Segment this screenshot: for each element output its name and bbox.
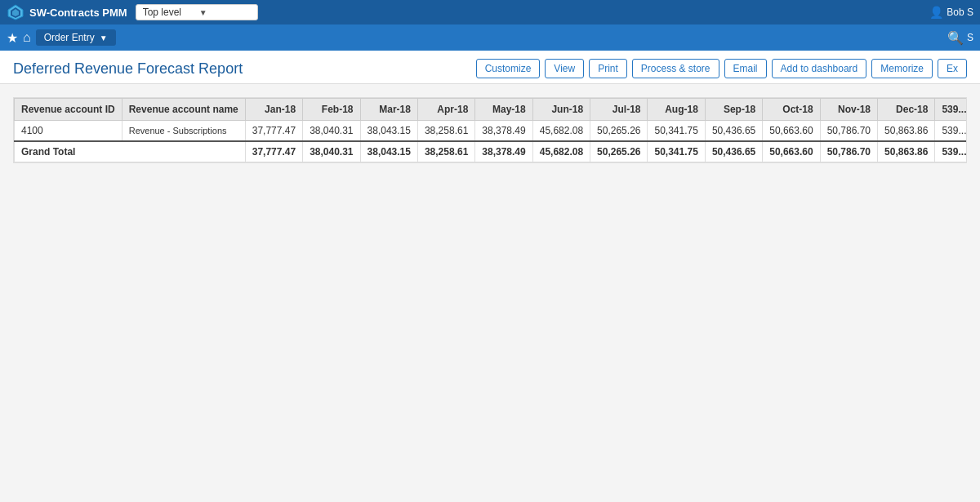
grand-total-jul: 50,265.26	[590, 141, 648, 162]
col-header-jul18: Jul-18	[590, 99, 648, 121]
col-header-rev-account-id: Revenue account ID	[15, 99, 122, 121]
chevron-down-icon: ▼	[199, 8, 251, 17]
cell-oct: 50,663.60	[763, 121, 820, 142]
add-dashboard-button[interactable]: Add to dashboard	[772, 59, 867, 78]
col-header-feb18: Feb-18	[303, 99, 360, 121]
report-table: Revenue account ID Revenue account name …	[14, 98, 967, 162]
col-header-mar18: Mar-18	[360, 99, 417, 121]
col-header-apr18: Apr-18	[417, 99, 474, 121]
cell-jan: 37,777.47	[245, 121, 302, 142]
grand-total-sep: 50,436.65	[705, 141, 762, 162]
memorize-button[interactable]: Memorize	[871, 59, 933, 78]
cell-apr: 38,258.61	[417, 121, 474, 142]
cell-jun: 45,682.08	[532, 121, 590, 142]
second-nav-right: 🔍 S	[947, 30, 973, 46]
grand-total-mar: 38,043.15	[360, 141, 417, 162]
col-header-sep18: Sep-18	[705, 99, 762, 121]
col-header-aug18: Aug-18	[648, 99, 705, 121]
breadcrumb-chevron-icon: ▼	[100, 33, 108, 42]
col-header-nov18: Nov-18	[820, 99, 877, 121]
cell-total: 539...	[935, 121, 967, 142]
print-button[interactable]: Print	[589, 59, 627, 78]
customize-button[interactable]: Customize	[476, 59, 541, 78]
grand-total-dec: 50,863.86	[878, 141, 935, 162]
grand-total-row: Grand Total 37,777.47 38,040.31 38,043.1…	[15, 141, 968, 162]
star-icon[interactable]: ★	[7, 30, 18, 46]
cell-nov: 50,786.70	[820, 121, 877, 142]
cell-aug: 50,341.75	[648, 121, 705, 142]
table-row: 4100 Revenue - Subscriptions 37,777.47 3…	[15, 121, 968, 142]
home-icon[interactable]: ⌂	[23, 30, 31, 45]
search-icon[interactable]: 🔍	[947, 30, 964, 46]
cell-jul: 50,265.26	[590, 121, 648, 142]
ex-button[interactable]: Ex	[938, 59, 967, 78]
col-header-dec18: Dec-18	[878, 99, 935, 121]
email-button[interactable]: Email	[724, 59, 767, 78]
cell-account-id: 4100	[15, 121, 122, 142]
report-container: Revenue account ID Revenue account name …	[13, 97, 967, 163]
grand-total-label: Grand Total	[15, 141, 246, 162]
top-level-dropdown[interactable]: Top level ▼	[136, 4, 258, 20]
grand-total-may: 38,378.49	[475, 141, 532, 162]
breadcrumb-order-entry[interactable]: Order Entry ▼	[36, 29, 116, 46]
col-header-jan18: Jan-18	[245, 99, 302, 121]
second-nav: ★ ⌂ Order Entry ▼ 🔍 S	[0, 24, 980, 51]
grand-total-nov: 50,786.70	[820, 141, 877, 162]
col-header-rev-account-name: Revenue account name	[122, 99, 245, 121]
cell-account-name: Revenue - Subscriptions	[122, 121, 245, 142]
page-title: Deferred Revenue Forecast Report	[13, 60, 243, 78]
page-header: Deferred Revenue Forecast Report Customi…	[0, 51, 980, 84]
app-logo-icon	[7, 3, 24, 21]
grand-total-oct: 50,663.60	[763, 141, 820, 162]
col-header-jun18: Jun-18	[532, 99, 590, 121]
app-title: SW-Contracts PMM	[29, 7, 127, 19]
grand-total-jan: 37,777.47	[245, 141, 302, 162]
cell-feb: 38,040.31	[303, 121, 360, 142]
process-store-button[interactable]: Process & store	[632, 59, 719, 78]
breadcrumb-label: Order Entry	[44, 32, 95, 43]
cell-dec: 50,863.86	[878, 121, 935, 142]
grand-total-jun: 45,682.08	[532, 141, 590, 162]
grand-total-apr: 38,258.61	[417, 141, 474, 162]
search-placeholder: S	[967, 32, 973, 43]
col-header-may18: May-18	[475, 99, 532, 121]
dropdown-label: Top level	[143, 7, 194, 18]
col-header-total: 539...	[935, 99, 967, 121]
col-header-oct18: Oct-18	[763, 99, 820, 121]
table-header-row: Revenue account ID Revenue account name …	[15, 99, 968, 121]
main-content: Revenue account ID Revenue account name …	[0, 84, 980, 176]
grand-total-feb: 38,040.31	[303, 141, 360, 162]
user-info: 👤 Bob S	[929, 6, 973, 19]
grand-total-total: 539...	[935, 141, 967, 162]
user-icon: 👤	[929, 6, 943, 19]
cell-may: 38,378.49	[475, 121, 532, 142]
user-label: Bob S	[947, 7, 973, 18]
cell-sep: 50,436.65	[705, 121, 762, 142]
top-nav: SW-Contracts PMM Top level ▼ 👤 Bob S	[0, 0, 980, 24]
grand-total-aug: 50,341.75	[648, 141, 705, 162]
view-button[interactable]: View	[545, 59, 584, 78]
cell-mar: 38,043.15	[360, 121, 417, 142]
toolbar: Customize View Print Process & store Ema…	[476, 59, 967, 78]
